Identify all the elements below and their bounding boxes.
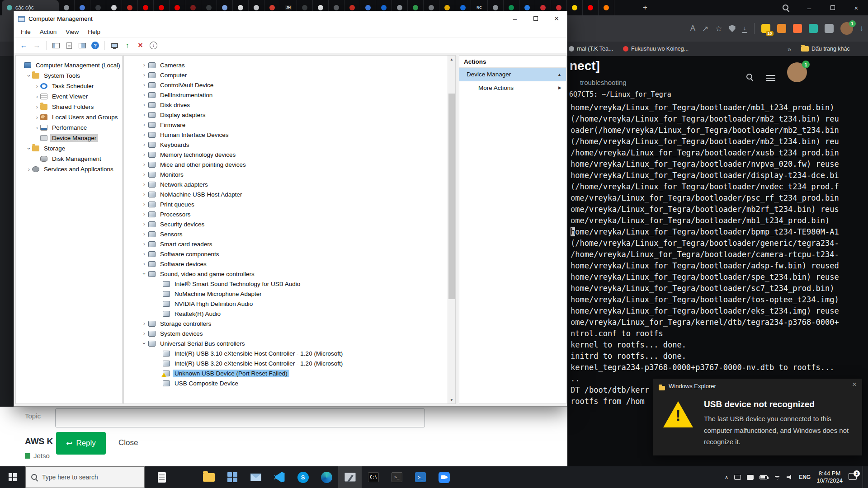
menu-view[interactable]: View xyxy=(61,28,83,35)
taskbar-app-cmd[interactable]: C:\ xyxy=(362,466,385,488)
device-tree-item[interactable]: ›Cameras xyxy=(124,60,455,70)
device-tree-item[interactable]: USB Composite Device xyxy=(124,378,455,388)
device-tree-item[interactable]: ›NoMachine USB Host Adapter xyxy=(124,189,455,199)
taskbar-app-terminal[interactable]: >_ xyxy=(385,466,409,488)
console-tree-item[interactable]: ›Event Viewer xyxy=(16,91,122,102)
console-tree-item[interactable]: ›Local Users and Groups xyxy=(16,112,122,122)
puzzle-extensions-icon[interactable] xyxy=(825,24,834,33)
title-bar[interactable]: Computer Management – × xyxy=(14,11,567,26)
device-tree-item[interactable]: ›Sound, video and game controllers xyxy=(124,269,455,279)
more-actions-item[interactable]: More Actions ▶ xyxy=(459,81,566,94)
chevron-expanded-icon[interactable]: › xyxy=(26,145,32,152)
chevron-collapsed-icon[interactable]: › xyxy=(140,211,148,217)
extension-icon[interactable] xyxy=(809,24,818,33)
downloads-tray-icon[interactable]: ↓ xyxy=(860,24,864,33)
language-indicator[interactable]: ENG xyxy=(799,474,811,480)
device-tree-item[interactable]: ›System devices xyxy=(124,328,455,338)
wifi-icon[interactable] xyxy=(774,475,781,480)
chevron-collapsed-icon[interactable]: › xyxy=(140,72,148,78)
chevron-collapsed-icon[interactable]: › xyxy=(34,125,40,131)
taskbar-app-file-explorer[interactable] xyxy=(197,466,221,488)
shield-icon[interactable] xyxy=(729,25,736,32)
forward-button[interactable]: → xyxy=(31,40,43,51)
uninstall-device-button[interactable]: × xyxy=(134,40,146,51)
device-tree-item[interactable]: NVIDIA High Definition Audio xyxy=(124,299,455,309)
console-tree-item[interactable]: ›Shared Folders xyxy=(16,102,122,112)
device-tree-item[interactable]: ›Print queues xyxy=(124,199,455,209)
device-tree-item[interactable]: Intel(R) USB 3.20 eXtensible Host Contro… xyxy=(124,358,455,368)
chevron-expanded-icon[interactable]: › xyxy=(141,339,147,347)
menu-help[interactable]: Help xyxy=(83,28,105,35)
taskbar-app-skype[interactable]: S xyxy=(291,466,315,488)
chevron-collapsed-icon[interactable]: › xyxy=(140,171,148,178)
bookmark-item[interactable]: rnal (T.K Tea... xyxy=(569,42,613,56)
device-tree-item[interactable]: ›Display adapters xyxy=(124,110,455,120)
chevron-collapsed-icon[interactable]: › xyxy=(140,122,148,128)
taskbar-app-edge[interactable] xyxy=(315,466,338,488)
bookmarks-overflow-chevron[interactable]: » xyxy=(788,42,791,56)
chevron-collapsed-icon[interactable]: › xyxy=(34,104,40,110)
update-driver-button[interactable]: ↑ xyxy=(121,40,133,51)
chevron-collapsed-icon[interactable]: › xyxy=(140,82,148,88)
chevron-expanded-icon[interactable]: › xyxy=(26,73,32,79)
show-console-tree-button[interactable] xyxy=(50,40,62,51)
browser-tab[interactable] xyxy=(583,0,599,15)
menu-file[interactable]: File xyxy=(16,28,35,35)
device-tree-item[interactable]: ›Computer xyxy=(124,70,455,80)
clock[interactable]: 8:44 PM 10/7/2024 xyxy=(816,470,843,484)
extension-icon[interactable] xyxy=(793,24,802,33)
chevron-collapsed-icon[interactable]: › xyxy=(140,161,148,168)
expand-chevron-icon[interactable]: ▶ xyxy=(558,85,561,90)
taskbar-app-powershell[interactable]: >_ xyxy=(409,466,432,488)
extension-icon[interactable] xyxy=(777,24,786,33)
volume-icon[interactable] xyxy=(787,474,793,480)
actions-device-manager-item[interactable]: Device Manager ▲ xyxy=(459,68,566,81)
window-panes-button[interactable] xyxy=(76,40,88,51)
suggested-topic-title[interactable]: AWS K xyxy=(25,436,53,446)
chevron-collapsed-icon[interactable]: › xyxy=(140,330,148,337)
chevron-collapsed-icon[interactable]: › xyxy=(140,201,148,207)
chevron-collapsed-icon[interactable]: › xyxy=(140,191,148,197)
chevron-collapsed-icon[interactable]: › xyxy=(140,151,148,158)
close-button[interactable]: × xyxy=(546,11,567,26)
topic-input[interactable] xyxy=(55,408,425,427)
tab-search-icon[interactable] xyxy=(774,0,797,15)
chevron-expanded-icon[interactable]: › xyxy=(141,270,147,278)
scroll-down-icon[interactable]: ▼ xyxy=(448,396,455,404)
taskbar-app-journal[interactable] xyxy=(150,466,174,488)
device-tree-item[interactable]: ›Monitors xyxy=(124,169,455,179)
extension-icon[interactable]: 10 xyxy=(761,24,770,33)
chevron-collapsed-icon[interactable]: › xyxy=(140,112,148,118)
taskbar-app-vscode[interactable] xyxy=(268,466,291,488)
device-tree-item[interactable]: ›Human Interface Devices xyxy=(124,130,455,140)
chevron-collapsed-icon[interactable]: › xyxy=(140,181,148,188)
collapse-chevron-icon[interactable]: ▲ xyxy=(557,72,561,77)
back-button[interactable]: ← xyxy=(18,40,30,51)
taskbar-app-zoom[interactable] xyxy=(432,466,456,488)
hamburger-menu-icon[interactable] xyxy=(766,75,775,81)
display-icon[interactable] xyxy=(747,475,754,480)
device-tree-item[interactable]: Intel® Smart Sound Technology for USB Au… xyxy=(124,279,455,289)
browser-tab[interactable] xyxy=(567,0,583,15)
download-icon[interactable]: ↓ xyxy=(742,24,747,33)
battery-icon[interactable] xyxy=(760,475,768,479)
other-bookmarks-button[interactable]: Dấu trang khác xyxy=(801,42,850,56)
device-tree-item[interactable]: ›Disk drives xyxy=(124,100,455,110)
chevron-collapsed-icon[interactable]: › xyxy=(34,83,40,89)
action-center-icon[interactable]: 2 xyxy=(849,473,857,482)
window-maximize-button[interactable] xyxy=(821,0,844,15)
toast-close-icon[interactable]: × xyxy=(852,380,857,389)
chevron-collapsed-icon[interactable]: › xyxy=(140,62,148,68)
chevron-collapsed-icon[interactable]: › xyxy=(34,114,40,121)
console-tree-item[interactable]: ›Services and Applications xyxy=(16,164,122,174)
chevron-collapsed-icon[interactable]: › xyxy=(140,131,148,138)
device-tree-item[interactable]: ›DellInstrumentation xyxy=(124,90,455,100)
device-tree-item[interactable]: !Unknown USB Device (Port Reset Failed) xyxy=(124,368,455,378)
chevron-collapsed-icon[interactable]: › xyxy=(140,251,148,257)
topic-tag[interactable]: troubleshooting xyxy=(580,79,627,86)
bookmark-star-icon[interactable]: ☆ xyxy=(715,24,722,33)
chevron-collapsed-icon[interactable]: › xyxy=(34,94,40,100)
console-tree-item[interactable]: Computer Management (Local) xyxy=(16,60,122,70)
chevron-collapsed-icon[interactable]: › xyxy=(140,261,148,267)
console-tree-item[interactable]: ›Storage xyxy=(16,143,122,154)
